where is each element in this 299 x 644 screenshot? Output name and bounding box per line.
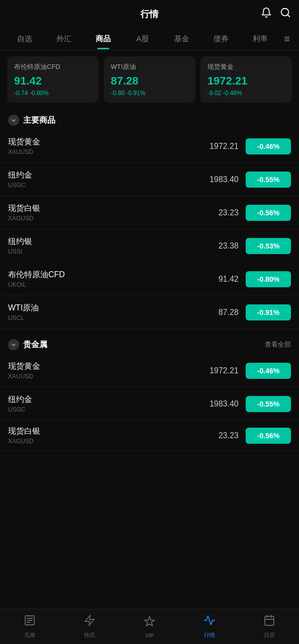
item-name-wrap: 现货黄金 XAUUSD <box>8 361 193 380</box>
bottom-nav: 见闻 快讯 VIP 行情 <box>0 609 299 644</box>
tab-shangpin[interactable]: 商品 <box>84 29 123 49</box>
item-code: USGC <box>8 406 193 413</box>
main-section-title: 主要商品 <box>23 115 55 126</box>
item-name-wrap: 纽约金 USGC <box>8 170 193 189</box>
svg-rect-7 <box>265 616 274 625</box>
ticker-wti-price: 87.28 <box>111 74 188 88</box>
ticker-brent-name: 布伦特原油CFD <box>14 62 92 71</box>
item-price: 1972.21 <box>193 366 239 375</box>
bottom-nav-jianwen[interactable]: 见闻 <box>0 614 60 639</box>
item-change: -0.46% <box>246 363 291 379</box>
search-icon[interactable] <box>280 7 291 21</box>
jianwen-label: 见闻 <box>24 631 35 639</box>
list-item[interactable]: 纽约金 USGC 1983.40 -0.55% <box>0 387 299 421</box>
jianwen-icon <box>24 614 36 629</box>
tab-waihui[interactable]: 外汇 <box>44 29 84 49</box>
item-price: 1972.21 <box>193 142 239 151</box>
ticker-card-brent[interactable]: 布伦特原油CFD 91.42 -0.74 -0.80% <box>7 56 99 103</box>
rili-label: 日历 <box>264 631 275 639</box>
ticker-wti-name: WTI原油 <box>111 62 188 71</box>
item-name: 现货白银 <box>8 426 193 437</box>
ticker-brent-change: -0.74 -0.80% <box>14 90 92 97</box>
item-code: USGC <box>8 182 193 189</box>
main-section-list: 现货黄金 XAUUSD 1972.21 -0.46% 纽约金 USGC 1983… <box>0 130 299 329</box>
item-price: 23.38 <box>193 242 239 251</box>
list-item[interactable]: 现货黄金 XAUUSD 1972.21 -0.46% <box>0 354 299 387</box>
item-change: -0.91% <box>246 304 291 320</box>
item-name-wrap: 现货白银 XAGUSD <box>8 426 193 445</box>
item-code: XAGUSD <box>8 215 193 222</box>
list-item[interactable]: 现货白银 XAGUSD 23.23 -0.56% <box>0 421 299 451</box>
item-name-wrap: 纽约银 USSI <box>8 236 193 255</box>
tab-lilv[interactable]: 利率 <box>241 29 280 49</box>
item-price: 23.23 <box>193 431 239 440</box>
precious-section-toggle[interactable] <box>8 339 19 350</box>
list-item[interactable]: 现货白银 XAGUSD 23.23 -0.56% <box>0 196 299 229</box>
tab-jijin[interactable]: 基金 <box>162 29 201 49</box>
tab-zixuan[interactable]: 自选 <box>5 29 44 49</box>
list-item[interactable]: 布伦特原油CFD UKOIL 91.42 -0.80% <box>0 263 299 296</box>
item-name: 纽约金 <box>8 394 193 405</box>
item-change: -0.56% <box>246 428 291 444</box>
item-code: UKOIL <box>8 281 193 288</box>
item-price: 23.23 <box>193 208 239 217</box>
item-price: 91.42 <box>193 275 239 284</box>
item-change: -0.46% <box>246 138 291 154</box>
item-code: USSI <box>8 248 193 255</box>
item-name-wrap: 布伦特原油CFD UKOIL <box>8 270 193 288</box>
precious-section-list: 现货黄金 XAUUSD 1972.21 -0.46% 纽约金 USGC 1983… <box>0 354 299 451</box>
bottom-nav-kuaixun[interactable]: 快讯 <box>60 614 120 639</box>
precious-section-title: 贵金属 <box>23 340 47 350</box>
bottom-nav-rili[interactable]: 日历 <box>239 614 299 639</box>
bottom-nav-vip[interactable]: VIP <box>120 615 180 638</box>
main-content: 布伦特原油CFD 91.42 -0.74 -0.80% WTI原油 87.28 … <box>0 50 299 491</box>
item-change: -0.80% <box>246 271 291 287</box>
item-name: 现货黄金 <box>8 137 193 147</box>
item-name: 布伦特原油CFD <box>8 270 193 280</box>
ticker-gold-change: -9.02 -0.46% <box>207 90 285 97</box>
page-title: 行情 <box>140 8 159 20</box>
item-price: 1983.40 <box>193 399 239 409</box>
header: 行情 <box>0 0 299 28</box>
bottom-nav-hangqing[interactable]: 行情 <box>179 614 239 639</box>
item-name-wrap: 纽约金 USGC <box>8 394 193 413</box>
ticker-brent-price: 91.42 <box>14 74 92 88</box>
kuaixun-label: 快讯 <box>84 631 95 639</box>
more-icon[interactable]: ≡ <box>280 33 294 45</box>
item-change: -0.55% <box>246 172 291 188</box>
ticker-card-gold[interactable]: 现货黄金 1972.21 -9.02 -0.46% <box>200 56 292 103</box>
item-change: -0.53% <box>246 238 291 254</box>
bell-icon[interactable] <box>261 7 272 21</box>
precious-section-title-wrap: 贵金属 <box>8 339 47 350</box>
item-code: USCL <box>8 314 193 321</box>
item-name-wrap: WTI原油 USCL <box>8 303 193 321</box>
tab-zhaiquan[interactable]: 债券 <box>201 29 241 49</box>
list-item[interactable]: WTI原油 USCL 87.28 -0.91% <box>0 296 299 329</box>
item-name: 纽约金 <box>8 170 193 181</box>
list-item[interactable]: 纽约银 USSI 23.38 -0.53% <box>0 229 299 263</box>
hangqing-icon <box>203 614 215 629</box>
ticker-cards: 布伦特原油CFD 91.42 -0.74 -0.80% WTI原油 87.28 … <box>0 50 299 109</box>
precious-section-link[interactable]: 查看全部 <box>265 340 291 349</box>
item-name: 现货白银 <box>8 203 193 214</box>
item-price: 87.28 <box>193 308 239 317</box>
item-change: -0.56% <box>246 205 291 221</box>
list-item[interactable]: 现货黄金 XAUUSD 1972.21 -0.46% <box>0 130 299 163</box>
item-name: 现货黄金 <box>8 361 193 372</box>
ticker-gold-name: 现货黄金 <box>207 62 285 71</box>
svg-line-1 <box>287 15 289 17</box>
ticker-wti-change: -0.80 -0.91% <box>111 90 188 97</box>
item-name: 纽约银 <box>8 236 193 247</box>
main-section-toggle[interactable] <box>8 115 19 126</box>
hangqing-label: 行情 <box>204 631 215 639</box>
nav-tabs: 自选 外汇 商品 A股 基金 债券 利率 ≡ <box>0 28 299 50</box>
item-name: WTI原油 <box>8 303 193 313</box>
list-item[interactable]: 纽约金 USGC 1983.40 -0.55% <box>0 163 299 196</box>
item-code: XAGUSD <box>8 438 193 445</box>
ticker-card-wti[interactable]: WTI原油 87.28 -0.80 -0.91% <box>104 56 195 103</box>
item-change: -0.55% <box>246 396 291 412</box>
svg-marker-6 <box>85 615 94 625</box>
ticker-gold-price: 1972.21 <box>207 74 285 88</box>
tab-agu[interactable]: A股 <box>123 29 162 49</box>
vip-icon <box>143 615 156 630</box>
